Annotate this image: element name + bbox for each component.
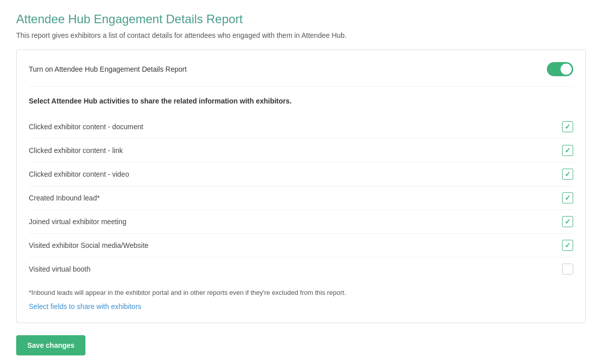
- toggle-switch[interactable]: [547, 62, 573, 76]
- save-button[interactable]: Save changes: [16, 335, 85, 355]
- activity-row: Clicked exhibitor content - link ✓: [29, 139, 573, 163]
- toggle-row: Turn on Attendee Hub Engagement Details …: [29, 62, 573, 87]
- settings-card: Turn on Attendee Hub Engagement Details …: [16, 49, 586, 323]
- activities-heading: Select Attendee Hub activities to share …: [29, 97, 573, 105]
- activity-row: Visited exhibitor Social media/Website ✓: [29, 234, 573, 257]
- footnote: *Inbound leads will appear in the exhibi…: [29, 289, 573, 296]
- activities-list: Clicked exhibitor content - document ✓ C…: [29, 115, 573, 281]
- check-icon: ✓: [565, 218, 571, 226]
- activity-row: Clicked exhibitor content - document ✓: [29, 115, 573, 139]
- activity-checkbox-4[interactable]: ✓: [562, 216, 573, 227]
- check-icon: ✓: [565, 146, 571, 154]
- activity-checkbox-0[interactable]: ✓: [562, 121, 573, 132]
- check-icon: ✓: [565, 170, 571, 178]
- activity-checkbox-3[interactable]: ✓: [562, 192, 573, 203]
- activity-checkbox-5[interactable]: ✓: [562, 240, 573, 251]
- activity-checkbox-1[interactable]: ✓: [562, 145, 573, 156]
- activity-label: Clicked exhibitor content - link: [29, 146, 123, 154]
- activity-row: Created Inbound lead* ✓: [29, 186, 573, 210]
- activity-label: Visited exhibitor Social media/Website: [29, 241, 149, 249]
- activity-label: Visited virtual booth: [29, 265, 90, 273]
- toggle-slider: [547, 62, 573, 76]
- activity-label: Joined virtual exhibitor meeting: [29, 218, 126, 226]
- activity-row: Joined virtual exhibitor meeting ✓: [29, 210, 573, 234]
- page-title: Attendee Hub Engagement Details Report: [16, 12, 586, 26]
- activity-label: Created Inbound lead*: [29, 194, 100, 202]
- select-fields-link[interactable]: Select fields to share with exhibitors: [29, 302, 142, 310]
- activity-checkbox-2[interactable]: ✓: [562, 169, 573, 180]
- activity-checkbox-6[interactable]: [562, 264, 573, 275]
- check-icon: ✓: [565, 194, 571, 202]
- activity-row: Clicked exhibitor content - video ✓: [29, 163, 573, 186]
- toggle-label: Turn on Attendee Hub Engagement Details …: [29, 65, 187, 73]
- activity-row: Visited virtual booth: [29, 257, 573, 281]
- check-icon: ✓: [565, 123, 571, 131]
- check-icon: ✓: [565, 241, 571, 249]
- activity-label: Clicked exhibitor content - video: [29, 170, 129, 178]
- page-description: This report gives exhibitors a list of c…: [16, 31, 586, 39]
- activity-label: Clicked exhibitor content - document: [29, 123, 143, 131]
